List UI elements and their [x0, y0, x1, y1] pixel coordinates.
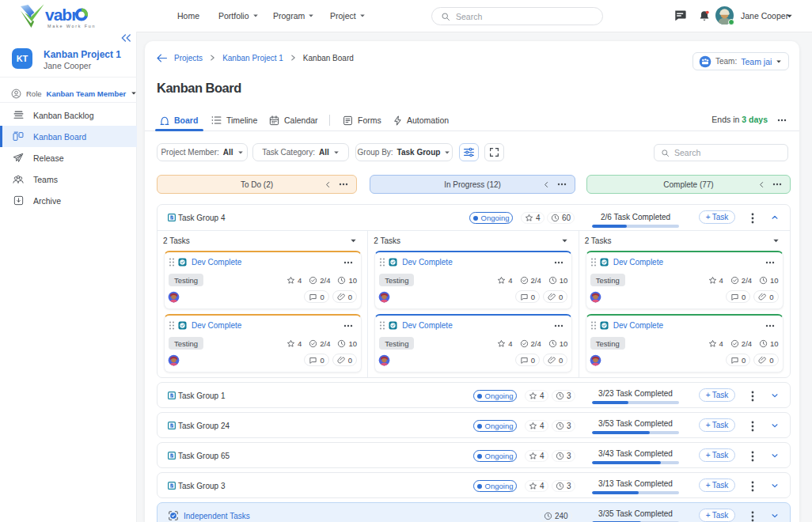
svg-text:vabr: vabr	[45, 6, 78, 24]
svg-text:Make Work Fun: Make Work Fun	[47, 24, 96, 28]
